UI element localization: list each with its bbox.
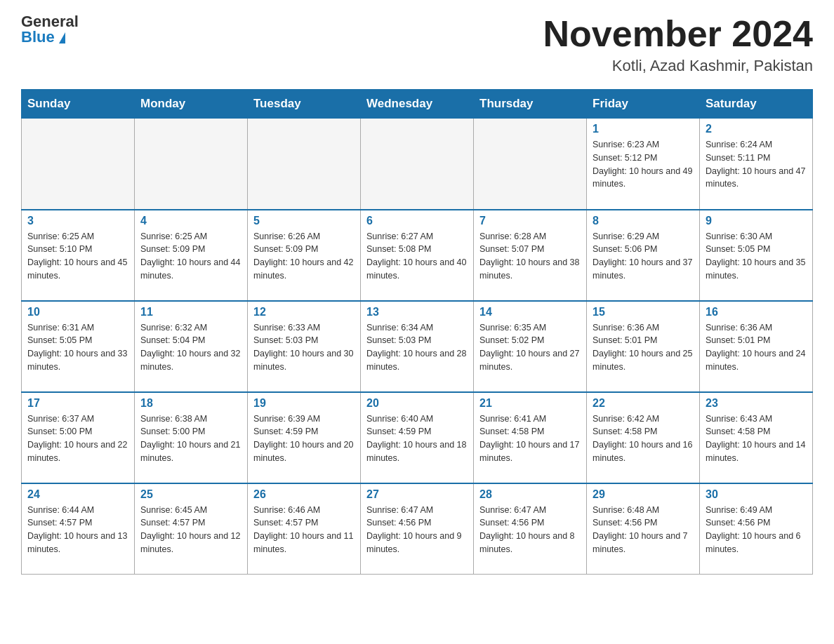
calendar-week-row: 3Sunrise: 6:25 AMSunset: 5:10 PMDaylight… bbox=[22, 210, 813, 301]
calendar-day-cell: 24Sunrise: 6:44 AMSunset: 4:57 PMDayligh… bbox=[22, 483, 135, 575]
sun-info: Sunrise: 6:34 AMSunset: 5:03 PMDaylight:… bbox=[366, 321, 468, 374]
calendar-week-row: 24Sunrise: 6:44 AMSunset: 4:57 PMDayligh… bbox=[22, 483, 813, 575]
calendar-day-cell: 18Sunrise: 6:38 AMSunset: 5:00 PMDayligh… bbox=[135, 392, 248, 483]
calendar-day-cell bbox=[361, 119, 474, 210]
sun-info: Sunrise: 6:46 AMSunset: 4:57 PMDaylight:… bbox=[253, 504, 355, 556]
day-number: 29 bbox=[593, 488, 694, 501]
day-number: 4 bbox=[140, 215, 241, 227]
calendar-day-cell: 23Sunrise: 6:43 AMSunset: 4:58 PMDayligh… bbox=[700, 392, 813, 483]
day-number: 17 bbox=[27, 397, 128, 410]
sun-info: Sunrise: 6:43 AMSunset: 4:58 PMDaylight:… bbox=[706, 412, 807, 465]
day-number: 28 bbox=[479, 488, 581, 501]
day-number: 6 bbox=[366, 215, 468, 227]
day-number: 13 bbox=[366, 306, 468, 318]
day-number: 5 bbox=[253, 215, 355, 227]
calendar-day-cell bbox=[474, 119, 587, 210]
day-number: 10 bbox=[27, 306, 128, 318]
calendar-day-cell: 2Sunrise: 6:24 AMSunset: 5:11 PMDaylight… bbox=[700, 119, 813, 210]
day-number: 21 bbox=[479, 397, 581, 410]
weekday-header-friday: Friday bbox=[587, 90, 700, 119]
calendar-day-cell bbox=[22, 119, 135, 210]
sun-info: Sunrise: 6:36 AMSunset: 5:01 PMDaylight:… bbox=[706, 321, 807, 374]
calendar-day-cell: 12Sunrise: 6:33 AMSunset: 5:03 PMDayligh… bbox=[248, 301, 361, 392]
logo: General Blue bbox=[21, 14, 79, 45]
sun-info: Sunrise: 6:41 AMSunset: 4:58 PMDaylight:… bbox=[479, 412, 581, 465]
calendar-day-cell: 29Sunrise: 6:48 AMSunset: 4:56 PMDayligh… bbox=[587, 483, 700, 575]
calendar-day-cell: 7Sunrise: 6:28 AMSunset: 5:07 PMDaylight… bbox=[474, 210, 587, 301]
sun-info: Sunrise: 6:36 AMSunset: 5:01 PMDaylight:… bbox=[593, 321, 694, 374]
logo: General Blue bbox=[21, 14, 79, 45]
sun-info: Sunrise: 6:45 AMSunset: 4:57 PMDaylight:… bbox=[140, 504, 241, 556]
day-number: 2 bbox=[706, 123, 807, 135]
sun-info: Sunrise: 6:47 AMSunset: 4:56 PMDaylight:… bbox=[366, 504, 468, 556]
sun-info: Sunrise: 6:48 AMSunset: 4:56 PMDaylight:… bbox=[593, 504, 694, 556]
sun-info: Sunrise: 6:35 AMSunset: 5:02 PMDaylight:… bbox=[479, 321, 581, 374]
calendar-day-cell: 22Sunrise: 6:42 AMSunset: 4:58 PMDayligh… bbox=[587, 392, 700, 483]
day-number: 23 bbox=[706, 397, 807, 410]
calendar-day-cell: 27Sunrise: 6:47 AMSunset: 4:56 PMDayligh… bbox=[361, 483, 474, 575]
sun-info: Sunrise: 6:25 AMSunset: 5:09 PMDaylight:… bbox=[140, 230, 241, 283]
calendar-header-row: SundayMondayTuesdayWednesdayThursdayFrid… bbox=[22, 90, 813, 119]
sun-info: Sunrise: 6:44 AMSunset: 4:57 PMDaylight:… bbox=[27, 504, 128, 556]
calendar-day-cell: 30Sunrise: 6:49 AMSunset: 4:56 PMDayligh… bbox=[700, 483, 813, 575]
day-number: 3 bbox=[27, 215, 128, 227]
calendar-day-cell: 3Sunrise: 6:25 AMSunset: 5:10 PMDaylight… bbox=[22, 210, 135, 301]
day-number: 14 bbox=[479, 306, 581, 318]
day-number: 22 bbox=[593, 397, 694, 410]
day-number: 11 bbox=[140, 306, 241, 318]
sun-info: Sunrise: 6:30 AMSunset: 5:05 PMDaylight:… bbox=[706, 230, 807, 283]
calendar-day-cell: 28Sunrise: 6:47 AMSunset: 4:56 PMDayligh… bbox=[474, 483, 587, 575]
sun-info: Sunrise: 6:42 AMSunset: 4:58 PMDaylight:… bbox=[593, 412, 694, 465]
weekday-header-sunday: Sunday bbox=[22, 90, 135, 119]
day-number: 24 bbox=[27, 488, 128, 501]
day-number: 12 bbox=[253, 306, 355, 318]
sun-info: Sunrise: 6:40 AMSunset: 4:59 PMDaylight:… bbox=[366, 412, 468, 465]
page-header: General Blue November 2024 Kotli, Azad K… bbox=[21, 14, 813, 75]
sun-info: Sunrise: 6:38 AMSunset: 5:00 PMDaylight:… bbox=[140, 412, 241, 465]
calendar-day-cell: 26Sunrise: 6:46 AMSunset: 4:57 PMDayligh… bbox=[248, 483, 361, 575]
calendar-day-cell: 1Sunrise: 6:23 AMSunset: 5:12 PMDaylight… bbox=[587, 119, 700, 210]
logo-triangle-icon bbox=[59, 32, 65, 43]
day-number: 26 bbox=[253, 488, 355, 501]
calendar-week-row: 17Sunrise: 6:37 AMSunset: 5:00 PMDayligh… bbox=[22, 392, 813, 483]
calendar-day-cell: 13Sunrise: 6:34 AMSunset: 5:03 PMDayligh… bbox=[361, 301, 474, 392]
calendar-day-cell: 16Sunrise: 6:36 AMSunset: 5:01 PMDayligh… bbox=[700, 301, 813, 392]
calendar-day-cell: 11Sunrise: 6:32 AMSunset: 5:04 PMDayligh… bbox=[135, 301, 248, 392]
sun-info: Sunrise: 6:25 AMSunset: 5:10 PMDaylight:… bbox=[27, 230, 128, 283]
day-number: 30 bbox=[706, 488, 807, 501]
calendar-day-cell: 9Sunrise: 6:30 AMSunset: 5:05 PMDaylight… bbox=[700, 210, 813, 301]
calendar-day-cell: 4Sunrise: 6:25 AMSunset: 5:09 PMDaylight… bbox=[135, 210, 248, 301]
calendar-week-row: 1Sunrise: 6:23 AMSunset: 5:12 PMDaylight… bbox=[22, 119, 813, 210]
calendar-day-cell: 15Sunrise: 6:36 AMSunset: 5:01 PMDayligh… bbox=[587, 301, 700, 392]
calendar-day-cell: 8Sunrise: 6:29 AMSunset: 5:06 PMDaylight… bbox=[587, 210, 700, 301]
day-number: 27 bbox=[366, 488, 468, 501]
calendar-day-cell: 5Sunrise: 6:26 AMSunset: 5:09 PMDaylight… bbox=[248, 210, 361, 301]
weekday-header-saturday: Saturday bbox=[700, 90, 813, 119]
weekday-header-wednesday: Wednesday bbox=[361, 90, 474, 119]
day-number: 16 bbox=[706, 306, 807, 318]
title-block: November 2024 Kotli, Azad Kashmir, Pakis… bbox=[543, 14, 813, 75]
location: Kotli, Azad Kashmir, Pakistan bbox=[543, 57, 813, 75]
day-number: 7 bbox=[479, 215, 581, 227]
day-number: 8 bbox=[593, 215, 694, 227]
sun-info: Sunrise: 6:33 AMSunset: 5:03 PMDaylight:… bbox=[253, 321, 355, 374]
calendar-day-cell: 19Sunrise: 6:39 AMSunset: 4:59 PMDayligh… bbox=[248, 392, 361, 483]
weekday-header-thursday: Thursday bbox=[474, 90, 587, 119]
sun-info: Sunrise: 6:26 AMSunset: 5:09 PMDaylight:… bbox=[253, 230, 355, 283]
sun-info: Sunrise: 6:37 AMSunset: 5:00 PMDaylight:… bbox=[27, 412, 128, 465]
calendar-day-cell: 6Sunrise: 6:27 AMSunset: 5:08 PMDaylight… bbox=[361, 210, 474, 301]
calendar-day-cell bbox=[135, 119, 248, 210]
day-number: 20 bbox=[366, 397, 468, 410]
sun-info: Sunrise: 6:23 AMSunset: 5:12 PMDaylight:… bbox=[593, 138, 694, 191]
weekday-header-monday: Monday bbox=[135, 90, 248, 119]
sun-info: Sunrise: 6:24 AMSunset: 5:11 PMDaylight:… bbox=[706, 138, 807, 191]
sun-info: Sunrise: 6:28 AMSunset: 5:07 PMDaylight:… bbox=[479, 230, 581, 283]
sun-info: Sunrise: 6:31 AMSunset: 5:05 PMDaylight:… bbox=[27, 321, 128, 374]
day-number: 18 bbox=[140, 397, 241, 410]
day-number: 1 bbox=[593, 123, 694, 135]
calendar-day-cell: 14Sunrise: 6:35 AMSunset: 5:02 PMDayligh… bbox=[474, 301, 587, 392]
weekday-header-tuesday: Tuesday bbox=[248, 90, 361, 119]
day-number: 25 bbox=[140, 488, 241, 501]
calendar-table: SundayMondayTuesdayWednesdayThursdayFrid… bbox=[21, 89, 813, 575]
calendar-week-row: 10Sunrise: 6:31 AMSunset: 5:05 PMDayligh… bbox=[22, 301, 813, 392]
